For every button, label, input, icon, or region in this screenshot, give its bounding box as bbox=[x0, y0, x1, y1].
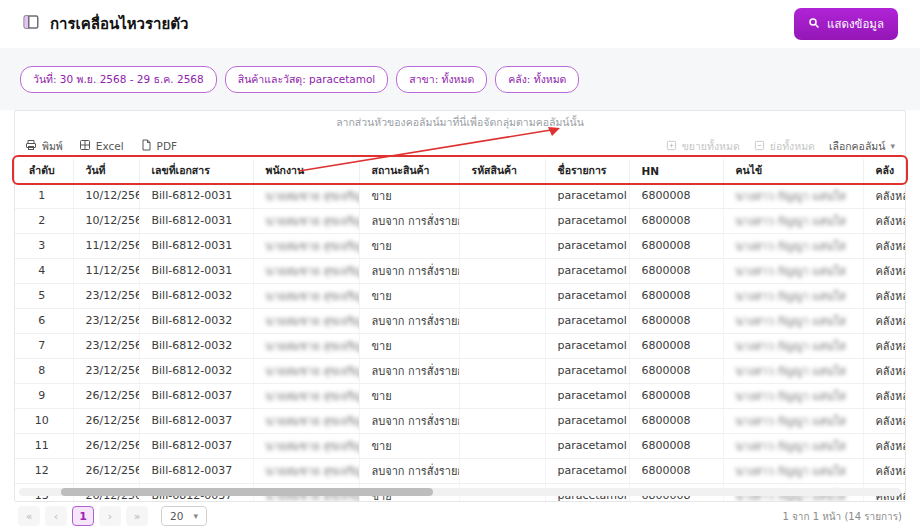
cell-employee_blurred: นายสมชาย สุขเจริญ bbox=[253, 283, 359, 308]
cell-doc: Bill-6812-0037 bbox=[139, 383, 253, 408]
app-root: การเคลื่อนไหวรายตัว แสดงข้อมูล วันที่: 3… bbox=[0, 0, 920, 530]
cell-warehouse: คลังหลัก bbox=[863, 433, 905, 458]
prev-page-button[interactable]: ‹ bbox=[45, 506, 67, 526]
table-row[interactable]: 210/12/2568Bill-6812-0031นายสมชาย สุขเจร… bbox=[15, 208, 905, 233]
filter-chip-3[interactable]: คลัง: ทั้งหมด bbox=[495, 66, 579, 93]
redacted-text: นายสมชาย สุขเจริญ bbox=[266, 465, 360, 478]
table-viewport: ลำดับวันที่เลขที่เอกสารพนักงานสถานะสินค้… bbox=[15, 159, 905, 501]
cell-status: ขาย bbox=[359, 433, 459, 458]
cell-date: 10/12/2568 bbox=[73, 183, 139, 208]
cell-date: 23/12/2568 bbox=[73, 333, 139, 358]
column-header-2[interactable]: เลขที่เอกสาร bbox=[139, 159, 253, 183]
page-size-select[interactable]: 20 ▾ bbox=[161, 506, 207, 526]
cell-code bbox=[459, 433, 545, 458]
cell-doc: Bill-6812-0032 bbox=[139, 283, 253, 308]
table-row[interactable]: 1026/12/2568Bill-6812-0037นายสมชาย สุขเจ… bbox=[15, 408, 905, 433]
cell-doc: Bill-6812-0031 bbox=[139, 183, 253, 208]
cell-warehouse: คลังหลัก bbox=[863, 183, 905, 208]
cell-employee_blurred: นายสมชาย สุขเจริญ bbox=[253, 258, 359, 283]
cell-code bbox=[459, 283, 545, 308]
table-row[interactable]: 723/12/2568Bill-6812-0032นายสมชาย สุขเจร… bbox=[15, 333, 905, 358]
cell-warehouse: คลังหลัก bbox=[863, 408, 905, 433]
cell-item: paracetamol bbox=[545, 358, 629, 383]
cell-employee_blurred: นายสมชาย สุขเจริญ bbox=[253, 358, 359, 383]
cell-code bbox=[459, 333, 545, 358]
cell-item: paracetamol bbox=[545, 458, 629, 483]
cell-no: 12 bbox=[15, 458, 73, 483]
column-header-4[interactable]: สถานะสินค้า bbox=[359, 159, 459, 183]
horizontal-scrollbar[interactable] bbox=[19, 488, 901, 496]
cell-warehouse: คลังหลัก bbox=[863, 233, 905, 258]
redacted-text: นางสาว กัญญา แสนใส bbox=[736, 390, 846, 403]
collapse-all-icon bbox=[754, 140, 765, 153]
cell-no: 2 bbox=[15, 208, 73, 233]
cell-doc: Bill-6812-0037 bbox=[139, 458, 253, 483]
column-header-0[interactable]: ลำดับ bbox=[15, 159, 73, 183]
expand-all-button[interactable]: ขยายทั้งหมด bbox=[666, 138, 740, 155]
last-page-button[interactable]: » bbox=[126, 506, 148, 526]
pagination-bar: « ‹ 1 › » 20 ▾ 1 จาก 1 หน้า (14 รายการ) bbox=[0, 502, 920, 530]
cell-date: 26/12/2568 bbox=[73, 458, 139, 483]
table-row[interactable]: 411/12/2568Bill-6812-0031นายสมชาย สุขเจร… bbox=[15, 258, 905, 283]
first-page-button[interactable]: « bbox=[18, 506, 40, 526]
redacted-text: นายสมชาย สุขเจริญ bbox=[266, 290, 360, 303]
collapse-all-button[interactable]: ย่อทั้งหมด bbox=[754, 138, 815, 155]
redacted-text: นายสมชาย สุขเจริญ bbox=[266, 240, 360, 253]
next-page-button[interactable]: › bbox=[99, 506, 121, 526]
cell-patient_blurred: นางสาว กัญญา แสนใส bbox=[723, 208, 863, 233]
column-header-7[interactable]: HN bbox=[629, 159, 723, 183]
cell-hn: 6800008 bbox=[629, 383, 723, 408]
cell-status: ขาย bbox=[359, 283, 459, 308]
cell-patient_blurred: นางสาว กัญญา แสนใส bbox=[723, 358, 863, 383]
filter-chip-1[interactable]: สินค้าและวัสดุ: paracetamol bbox=[225, 66, 389, 93]
table-row[interactable]: 623/12/2568Bill-6812-0032นายสมชาย สุขเจร… bbox=[15, 308, 905, 333]
choose-columns-button[interactable]: เลือกคอลัมน์ ▾ bbox=[829, 138, 895, 155]
column-header-8[interactable]: คนไข้ bbox=[723, 159, 863, 183]
cell-code bbox=[459, 308, 545, 333]
cell-no: 11 bbox=[15, 433, 73, 458]
cell-doc: Bill-6812-0032 bbox=[139, 358, 253, 383]
cell-employee_blurred: นายสมชาย สุขเจริญ bbox=[253, 333, 359, 358]
filter-chip-2[interactable]: สาขา: ทั้งหมด bbox=[396, 66, 487, 93]
cell-no: 1 bbox=[15, 183, 73, 208]
cell-employee_blurred: นายสมชาย สุขเจริญ bbox=[253, 433, 359, 458]
cell-warehouse: คลังหลัก bbox=[863, 283, 905, 308]
cell-doc: Bill-6812-0031 bbox=[139, 208, 253, 233]
cell-patient_blurred: นางสาว กัญญา แสนใส bbox=[723, 183, 863, 208]
cell-hn: 6800008 bbox=[629, 208, 723, 233]
column-header-6[interactable]: ชื่อรายการ bbox=[545, 159, 629, 183]
export-excel-button[interactable]: Excel bbox=[79, 139, 124, 153]
table-row[interactable]: 926/12/2568Bill-6812-0037นายสมชาย สุขเจร… bbox=[15, 383, 905, 408]
cell-hn: 6800008 bbox=[629, 458, 723, 483]
table-row[interactable]: 523/12/2568Bill-6812-0032นายสมชาย สุขเจร… bbox=[15, 283, 905, 308]
cell-warehouse: คลังหลัก bbox=[863, 458, 905, 483]
cell-date: 23/12/2568 bbox=[73, 283, 139, 308]
print-button[interactable]: พิมพ์ bbox=[25, 138, 63, 155]
cell-patient_blurred: นางสาว กัญญา แสนใส bbox=[723, 308, 863, 333]
column-header-9[interactable]: คลัง bbox=[863, 159, 905, 183]
table-row[interactable]: 1226/12/2568Bill-6812-0037นายสมชาย สุขเจ… bbox=[15, 458, 905, 483]
cell-item: paracetamol bbox=[545, 208, 629, 233]
show-data-button[interactable]: แสดงข้อมูล bbox=[794, 8, 898, 40]
cell-hn: 6800008 bbox=[629, 358, 723, 383]
cell-employee_blurred: นายสมชาย สุขเจริญ bbox=[253, 308, 359, 333]
chevron-down-icon: ▾ bbox=[193, 511, 198, 521]
column-header-1[interactable]: วันที่ bbox=[73, 159, 139, 183]
column-header-3[interactable]: พนักงาน bbox=[253, 159, 359, 183]
export-pdf-button[interactable]: PDF bbox=[140, 139, 177, 153]
table-row[interactable]: 110/12/2568Bill-6812-0031นายสมชาย สุขเจร… bbox=[15, 183, 905, 208]
cell-item: paracetamol bbox=[545, 308, 629, 333]
table-row[interactable]: 823/12/2568Bill-6812-0032นายสมชาย สุขเจร… bbox=[15, 358, 905, 383]
table-header-row: ลำดับวันที่เลขที่เอกสารพนักงานสถานะสินค้… bbox=[15, 159, 905, 183]
current-page-button[interactable]: 1 bbox=[72, 506, 94, 526]
redacted-text: นางสาว กัญญา แสนใส bbox=[736, 315, 846, 328]
grid-toolbar: พิมพ์ Excel PDF bbox=[15, 133, 905, 159]
column-header-5[interactable]: รหัสสินค้า bbox=[459, 159, 545, 183]
scrollbar-thumb[interactable] bbox=[61, 488, 433, 496]
redacted-text: นางสาว กัญญา แสนใส bbox=[736, 415, 846, 428]
filter-chip-0[interactable]: วันที่: 30 พ.ย. 2568 - 29 ธ.ค. 2568 bbox=[20, 66, 217, 93]
table-row[interactable]: 1126/12/2568Bill-6812-0037นายสมชาย สุขเจ… bbox=[15, 433, 905, 458]
cell-doc: Bill-6812-0032 bbox=[139, 333, 253, 358]
table-row[interactable]: 311/12/2568Bill-6812-0031นายสมชาย สุขเจร… bbox=[15, 233, 905, 258]
cell-code bbox=[459, 258, 545, 283]
